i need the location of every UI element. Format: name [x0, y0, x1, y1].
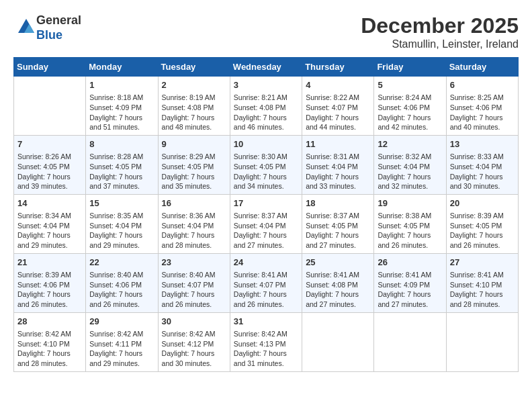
calendar-cell: 22Sunrise: 8:40 AMSunset: 4:06 PMDayligh… — [86, 253, 158, 312]
sunset-text: Sunset: 4:06 PM — [17, 280, 82, 290]
calendar-week-row: 14Sunrise: 8:34 AMSunset: 4:04 PMDayligh… — [14, 194, 519, 253]
calendar-cell — [302, 312, 374, 371]
day-header-monday: Monday — [86, 58, 158, 77]
calendar-cell: 1Sunrise: 8:18 AMSunset: 4:09 PMDaylight… — [86, 77, 158, 136]
day-number: 8 — [89, 138, 154, 150]
logo: General Blue — [13, 13, 81, 42]
day-number: 28 — [17, 316, 82, 328]
sunrise-text: Sunrise: 8:34 AM — [17, 211, 82, 221]
daylight-text: Daylight: 7 hours and 29 minutes. — [17, 230, 82, 250]
sunset-text: Sunset: 4:09 PM — [378, 280, 442, 290]
calendar-cell: 10Sunrise: 8:30 AMSunset: 4:05 PMDayligh… — [230, 135, 302, 194]
sunrise-text: Sunrise: 8:41 AM — [378, 270, 442, 280]
month-title: December 2025 — [361, 13, 519, 38]
calendar-cell: 16Sunrise: 8:36 AMSunset: 4:04 PMDayligh… — [158, 194, 230, 253]
daylight-text: Daylight: 7 hours and 27 minutes. — [234, 230, 298, 250]
daylight-text: Daylight: 7 hours and 26 minutes. — [450, 230, 515, 250]
sunrise-text: Sunrise: 8:24 AM — [378, 93, 442, 103]
calendar-cell: 25Sunrise: 8:41 AMSunset: 4:08 PMDayligh… — [302, 253, 374, 312]
calendar-cell: 23Sunrise: 8:40 AMSunset: 4:07 PMDayligh… — [158, 253, 230, 312]
calendar-cell: 5Sunrise: 8:24 AMSunset: 4:06 PMDaylight… — [374, 77, 446, 136]
calendar-cell: 12Sunrise: 8:32 AMSunset: 4:04 PMDayligh… — [374, 135, 446, 194]
calendar-cell: 11Sunrise: 8:31 AMSunset: 4:04 PMDayligh… — [302, 135, 374, 194]
daylight-text: Daylight: 7 hours and 27 minutes. — [378, 289, 442, 309]
calendar-cell: 20Sunrise: 8:39 AMSunset: 4:05 PMDayligh… — [446, 194, 518, 253]
daylight-text: Daylight: 7 hours and 35 minutes. — [162, 172, 226, 191]
sunrise-text: Sunrise: 8:29 AM — [162, 152, 226, 162]
day-number: 24 — [234, 257, 298, 269]
sunrise-text: Sunrise: 8:40 AM — [89, 270, 154, 280]
daylight-text: Daylight: 7 hours and 46 minutes. — [234, 113, 298, 132]
calendar-cell: 28Sunrise: 8:42 AMSunset: 4:10 PMDayligh… — [14, 312, 86, 371]
daylight-text: Daylight: 7 hours and 27 minutes. — [306, 230, 370, 250]
sunrise-text: Sunrise: 8:37 AM — [234, 211, 298, 221]
sunrise-text: Sunrise: 8:18 AM — [89, 93, 154, 103]
sunrise-text: Sunrise: 8:39 AM — [17, 270, 82, 280]
sunset-text: Sunset: 4:05 PM — [162, 162, 226, 172]
daylight-text: Daylight: 7 hours and 26 minutes. — [89, 289, 154, 309]
day-number: 7 — [17, 138, 82, 150]
sunrise-text: Sunrise: 8:33 AM — [450, 152, 515, 162]
calendar-week-row: 21Sunrise: 8:39 AMSunset: 4:06 PMDayligh… — [14, 253, 519, 312]
sunset-text: Sunset: 4:05 PM — [234, 162, 298, 172]
sunrise-text: Sunrise: 8:19 AM — [162, 93, 226, 103]
daylight-text: Daylight: 7 hours and 31 minutes. — [234, 349, 298, 368]
daylight-text: Daylight: 7 hours and 30 minutes. — [450, 172, 515, 191]
day-number: 1 — [89, 79, 154, 91]
calendar-cell: 14Sunrise: 8:34 AMSunset: 4:04 PMDayligh… — [14, 194, 86, 253]
location-subtitle: Stamullin, Leinster, Ireland — [361, 38, 519, 50]
calendar-cell — [446, 312, 518, 371]
sunrise-text: Sunrise: 8:38 AM — [378, 211, 442, 221]
sunset-text: Sunset: 4:07 PM — [306, 103, 370, 113]
day-number: 20 — [450, 197, 515, 210]
sunrise-text: Sunrise: 8:42 AM — [17, 329, 82, 339]
sunrise-text: Sunrise: 8:30 AM — [234, 152, 298, 162]
calendar-week-row: 7Sunrise: 8:26 AMSunset: 4:05 PMDaylight… — [14, 135, 519, 194]
sunset-text: Sunset: 4:04 PM — [89, 221, 154, 231]
sunset-text: Sunset: 4:04 PM — [450, 162, 515, 172]
daylight-text: Daylight: 7 hours and 26 minutes. — [234, 289, 298, 309]
sunrise-text: Sunrise: 8:37 AM — [306, 211, 370, 221]
sunset-text: Sunset: 4:05 PM — [17, 162, 82, 172]
sunrise-text: Sunrise: 8:22 AM — [306, 93, 370, 103]
sunrise-text: Sunrise: 8:41 AM — [306, 270, 370, 280]
sunrise-text: Sunrise: 8:42 AM — [162, 329, 226, 339]
calendar-week-row: 1Sunrise: 8:18 AMSunset: 4:09 PMDaylight… — [14, 77, 519, 136]
daylight-text: Daylight: 7 hours and 33 minutes. — [306, 172, 370, 191]
calendar-cell: 3Sunrise: 8:21 AMSunset: 4:08 PMDaylight… — [230, 77, 302, 136]
page-header: General Blue December 2025 Stamullin, Le… — [13, 13, 519, 50]
day-number: 13 — [450, 138, 515, 150]
day-header-wednesday: Wednesday — [230, 58, 302, 77]
day-header-saturday: Saturday — [446, 58, 518, 77]
day-number: 12 — [378, 138, 442, 150]
day-header-thursday: Thursday — [302, 58, 374, 77]
sunrise-text: Sunrise: 8:42 AM — [234, 329, 298, 339]
calendar-cell — [374, 312, 446, 371]
sunset-text: Sunset: 4:04 PM — [306, 162, 370, 172]
calendar-cell: 4Sunrise: 8:22 AMSunset: 4:07 PMDaylight… — [302, 77, 374, 136]
calendar-cell: 30Sunrise: 8:42 AMSunset: 4:12 PMDayligh… — [158, 312, 230, 371]
sunset-text: Sunset: 4:05 PM — [378, 221, 442, 231]
calendar-header-row: SundayMondayTuesdayWednesdayThursdayFrid… — [14, 58, 519, 77]
daylight-text: Daylight: 7 hours and 37 minutes. — [89, 172, 154, 191]
sunset-text: Sunset: 4:04 PM — [378, 162, 442, 172]
day-number: 26 — [378, 257, 442, 269]
sunset-text: Sunset: 4:04 PM — [162, 221, 226, 231]
day-number: 3 — [234, 79, 298, 91]
day-number: 10 — [234, 138, 298, 150]
day-number: 5 — [378, 79, 442, 91]
calendar-cell: 29Sunrise: 8:42 AMSunset: 4:11 PMDayligh… — [86, 312, 158, 371]
day-number: 9 — [162, 138, 226, 150]
day-number: 18 — [306, 197, 370, 210]
day-number: 29 — [89, 316, 154, 328]
sunrise-text: Sunrise: 8:32 AM — [378, 152, 442, 162]
calendar-table: SundayMondayTuesdayWednesdayThursdayFrid… — [13, 57, 519, 372]
daylight-text: Daylight: 7 hours and 28 minutes. — [450, 289, 515, 309]
day-number: 14 — [17, 197, 82, 210]
daylight-text: Daylight: 7 hours and 48 minutes. — [162, 113, 226, 132]
sunset-text: Sunset: 4:12 PM — [162, 339, 226, 349]
sunrise-text: Sunrise: 8:25 AM — [450, 93, 515, 103]
sunrise-text: Sunrise: 8:42 AM — [89, 329, 154, 339]
calendar-cell: 9Sunrise: 8:29 AMSunset: 4:05 PMDaylight… — [158, 135, 230, 194]
sunset-text: Sunset: 4:08 PM — [306, 280, 370, 290]
